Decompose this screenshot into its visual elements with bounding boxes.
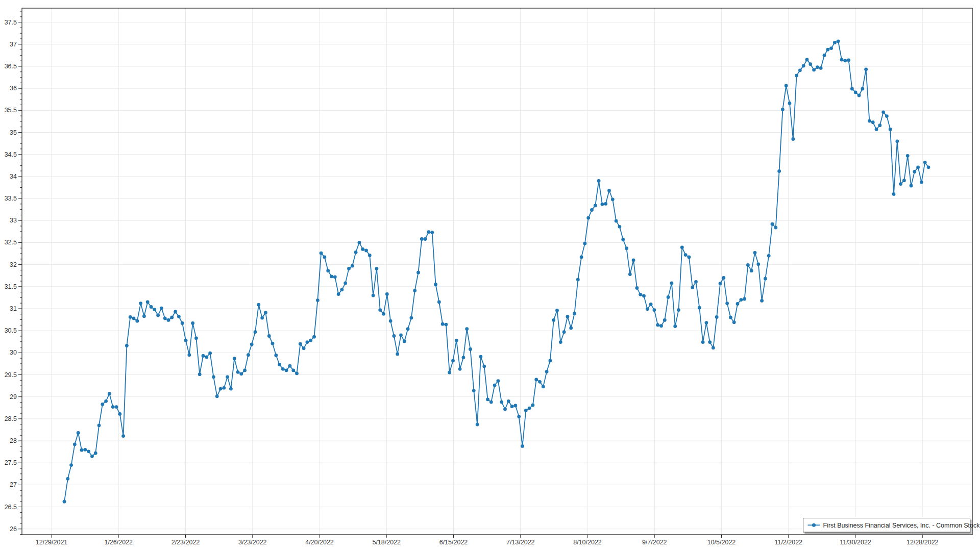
data-point-marker — [378, 308, 382, 312]
data-point-marker — [562, 330, 566, 334]
x-tick-label: 12/29/2021 — [36, 539, 68, 546]
x-tick-label: 7/13/2022 — [506, 539, 535, 546]
data-point-marker — [497, 379, 500, 383]
data-point-marker — [233, 357, 236, 360]
data-point-marker — [486, 398, 489, 402]
data-point-marker — [805, 58, 809, 62]
data-point-marker — [899, 182, 902, 186]
data-point-marker — [601, 203, 604, 206]
data-point-marker — [583, 242, 587, 245]
data-point-marker — [875, 128, 878, 131]
x-tick-label: 12/28/2022 — [906, 539, 939, 546]
data-point-marker — [306, 340, 309, 344]
data-point-marker — [316, 298, 320, 302]
data-point-marker — [299, 342, 302, 346]
data-point-marker — [121, 434, 125, 438]
data-point-marker — [889, 128, 892, 131]
data-point-marker — [222, 386, 226, 390]
y-tick-label: 29 — [10, 393, 17, 400]
data-point-marker — [198, 372, 202, 376]
price-line-series — [63, 39, 930, 503]
data-point-marker — [705, 321, 708, 324]
data-point-marker — [576, 278, 580, 282]
data-point-marker — [746, 263, 750, 267]
data-point-marker — [194, 336, 198, 340]
data-point-marker — [288, 364, 292, 368]
data-point-marker — [108, 392, 111, 395]
data-point-marker — [462, 356, 465, 359]
data-point-marker — [205, 356, 208, 359]
data-point-marker — [843, 59, 847, 62]
data-point-marker — [542, 385, 545, 388]
data-point-marker — [101, 403, 104, 406]
y-tick-label: 31.5 — [5, 283, 17, 290]
data-point-marker — [798, 68, 802, 72]
data-point-marker — [375, 267, 379, 270]
grid-layer — [22, 8, 972, 535]
data-point-marker — [646, 307, 649, 311]
data-point-marker — [902, 179, 906, 182]
data-point-marker — [732, 320, 736, 324]
x-tick-label: 9/7/2022 — [642, 539, 667, 546]
data-point-marker — [104, 399, 108, 403]
data-point-marker — [892, 192, 896, 196]
data-point-marker — [191, 321, 194, 325]
data-point-marker — [739, 298, 743, 302]
data-point-marker — [538, 380, 542, 384]
data-point-marker — [125, 344, 129, 347]
data-point-marker — [406, 327, 410, 331]
data-point-marker — [795, 74, 798, 78]
data-point-marker — [236, 370, 240, 374]
y-tick-label: 27 — [10, 481, 17, 488]
data-point-marker — [87, 449, 90, 453]
x-tick-label: 11/2/2022 — [774, 539, 802, 546]
x-tick-label: 4/20/2022 — [305, 539, 334, 546]
data-point-marker — [430, 231, 434, 234]
data-point-marker — [729, 316, 732, 319]
data-point-marker — [607, 189, 611, 192]
data-point-marker — [552, 318, 555, 322]
data-point-marker — [847, 59, 850, 62]
data-point-marker — [434, 283, 437, 286]
data-point-marker — [771, 222, 774, 226]
data-point-marker — [767, 254, 771, 258]
data-point-marker — [604, 202, 607, 206]
data-point-marker — [278, 363, 281, 366]
data-point-marker — [878, 123, 881, 127]
data-point-marker — [621, 238, 625, 241]
data-point-marker — [524, 409, 528, 412]
y-tick-label: 36.5 — [5, 63, 17, 70]
y-tick-label: 30.5 — [5, 327, 17, 334]
y-tick-label: 30 — [10, 349, 17, 356]
data-point-marker — [802, 64, 805, 68]
data-point-marker — [764, 277, 767, 281]
chart-canvas[interactable]: 2626.52727.52828.52929.53030.53131.53232… — [0, 0, 980, 551]
data-point-marker — [393, 334, 396, 338]
data-point-marker — [337, 292, 340, 296]
data-point-marker — [399, 333, 403, 337]
data-point-marker — [354, 251, 358, 254]
data-point-marker — [208, 352, 212, 355]
data-point-marker — [361, 247, 364, 251]
data-point-marker — [580, 256, 583, 259]
data-point-marker — [677, 308, 680, 312]
data-point-marker — [281, 367, 285, 371]
y-tick-label: 34 — [10, 173, 17, 180]
data-point-marker — [885, 114, 889, 118]
data-point-marker — [66, 477, 69, 481]
data-point-marker — [493, 384, 497, 387]
x-tick-label: 5/18/2022 — [372, 539, 401, 546]
data-point-marker — [688, 256, 691, 259]
data-point-marker — [118, 412, 121, 416]
data-point-marker — [97, 423, 101, 427]
data-point-marker — [163, 317, 167, 320]
data-point-marker — [895, 139, 899, 143]
data-point-marker — [372, 294, 375, 297]
data-point-marker — [517, 415, 521, 418]
data-point-marker — [777, 169, 781, 173]
data-point-marker — [226, 375, 229, 379]
data-point-marker — [840, 58, 844, 62]
data-point-marker — [514, 404, 518, 408]
data-point-marker — [458, 367, 462, 371]
data-point-marker — [424, 237, 427, 241]
